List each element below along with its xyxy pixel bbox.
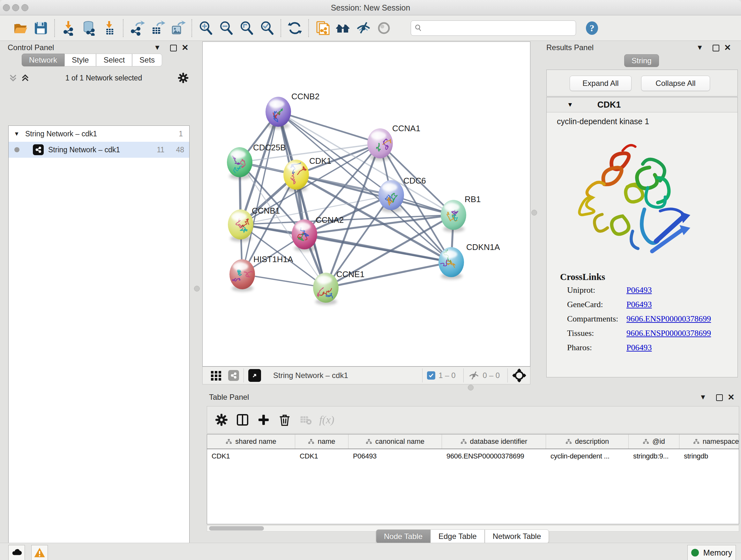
network-collection-row[interactable]: ▼ String Network – cdk1 1 [9, 126, 189, 142]
cloud-status-button[interactable] [8, 545, 25, 560]
show-all-networks-button[interactable] [333, 18, 353, 38]
refresh-view-button[interactable] [285, 18, 305, 38]
expand-all-button[interactable]: Expand All [569, 76, 631, 91]
table-panel-float-button[interactable] [716, 394, 723, 402]
table-options-button[interactable] [211, 410, 232, 430]
warning-status-button[interactable] [31, 545, 48, 560]
search-input[interactable] [422, 23, 572, 33]
cell-description[interactable]: cyclin-dependent ... [546, 449, 629, 463]
save-session-button[interactable] [30, 18, 51, 38]
tab-select[interactable]: Select [96, 54, 132, 66]
eye-slash-icon [356, 20, 371, 36]
graph-node-label-CCNA2: CCNA2 [316, 215, 344, 225]
network-view-canvas[interactable]: CCNB2CCNA1CDC25BCDK1CDC6RB1CCNB1CCNA2CDK… [202, 42, 530, 367]
import-network-from-database-button[interactable] [79, 18, 99, 38]
column-header-databaseidentifier[interactable]: database identifier [442, 435, 546, 449]
crosslink-uniprot-link[interactable]: P06493 [626, 286, 738, 295]
table-panel-close-button[interactable]: ✕ [726, 392, 736, 402]
open-in-window-button[interactable] [248, 369, 261, 382]
network-row[interactable]: String Network – cdk1 11 48 [9, 142, 189, 158]
function-builder-button[interactable]: f(x) [316, 410, 337, 430]
create-column-button[interactable] [253, 410, 274, 430]
graph-node-CCNA1[interactable]: CCNA1 [367, 124, 420, 161]
network-options-gear-icon[interactable] [178, 72, 189, 84]
export-image-button[interactable] [168, 18, 188, 38]
column-header-name[interactable]: name [295, 435, 348, 449]
tab-string[interactable]: String [624, 54, 659, 67]
clone-network-icon [315, 20, 330, 36]
cell-canonicalname[interactable]: P06493 [348, 449, 442, 463]
save-floppy-icon [33, 20, 49, 36]
protein-name: CDK1 [597, 100, 621, 110]
string-network-graph[interactable]: CCNB2CCNA1CDC25BCDK1CDC6RB1CCNB1CCNA2CDK… [203, 42, 530, 366]
column-header-sharedname[interactable]: shared name [207, 435, 295, 449]
pan-crosshair-icon[interactable] [512, 368, 526, 382]
zoom-in-button[interactable] [196, 18, 216, 38]
expand-all-icon[interactable] [20, 73, 30, 83]
right-splitter-handle[interactable] [531, 210, 537, 215]
svg-text:?: ? [590, 23, 595, 33]
cell-databaseidentifier[interactable]: 9606.ENSP00000378699 [442, 449, 546, 463]
delete-column-button[interactable] [274, 410, 295, 430]
show-eye-button[interactable] [374, 18, 394, 38]
zoom-out-icon [219, 20, 234, 36]
collapse-all-button[interactable]: Collapse All [641, 76, 710, 91]
import-network-button[interactable] [58, 18, 79, 38]
graph-node-CCNE1[interactable]: CCNE1 [313, 269, 364, 305]
protein-description: cyclin-dependent kinase 1 [547, 112, 738, 126]
graph-node-label-RB1: RB1 [465, 194, 481, 204]
crosslink-compartments-link[interactable]: 9606.ENSP00000378699 [626, 314, 738, 324]
table-panel-menu-button[interactable]: ▼ [698, 393, 708, 401]
open-session-button[interactable] [10, 18, 30, 38]
cell-sharedname[interactable]: CDK1 [207, 449, 295, 463]
graph-node-CDK1[interactable]: CDK1 [283, 156, 331, 192]
clone-network-button[interactable] [313, 18, 333, 38]
network-edge-count: 48 [176, 145, 184, 154]
graph-node-RB1[interactable]: RB1 [441, 194, 481, 232]
zoom-selected-button[interactable] [257, 18, 277, 38]
results-panel-close-button[interactable]: ✕ [723, 43, 732, 53]
crosslink-genecard-link[interactable]: P06493 [626, 300, 738, 309]
cell-namespace[interactable]: stringdb [679, 449, 739, 463]
import-table-button[interactable] [99, 18, 120, 38]
table-hscrollbar-thumb[interactable] [209, 526, 264, 531]
cell-id[interactable]: stringdb:9... [629, 449, 679, 463]
export-network-button[interactable] [127, 18, 147, 38]
column-header-description[interactable]: description [546, 435, 629, 449]
collapse-all-icon[interactable] [8, 73, 18, 83]
crosslink-pharos-link[interactable]: P06493 [626, 343, 738, 353]
selection-checkbox-icon[interactable] [427, 371, 435, 380]
zoom-out-button[interactable] [216, 18, 237, 38]
horizontal-splitter-handle[interactable] [468, 385, 474, 390]
tree-expand-triangle-icon[interactable]: ▼ [9, 131, 19, 137]
column-header-namespace[interactable]: namespace [679, 435, 739, 449]
hide-panels-button[interactable] [353, 18, 374, 38]
control-panel-close-button[interactable]: ✕ [180, 43, 190, 53]
collapse-triangle-icon[interactable]: ▼ [567, 101, 573, 108]
tab-network-table[interactable]: Network Table [485, 530, 549, 543]
results-panel-menu-button[interactable]: ▼ [695, 44, 704, 52]
delete-table-button[interactable] [295, 410, 316, 430]
memory-button[interactable]: Memory [687, 545, 736, 560]
graph-node-HIST1H1A[interactable]: HIST1H1A [229, 254, 293, 292]
control-panel-menu-button[interactable]: ▼ [152, 44, 162, 52]
results-panel-float-button[interactable] [713, 45, 719, 53]
birds-eye-grid-icon[interactable] [210, 369, 222, 382]
tab-network[interactable]: Network [22, 54, 64, 66]
crosslink-tissues-link[interactable]: 9606.ENSP00000378699 [626, 328, 738, 338]
tab-sets[interactable]: Sets [132, 54, 162, 66]
control-panel-float-button[interactable] [170, 45, 177, 53]
export-table-button[interactable] [147, 18, 168, 38]
tab-edge-table[interactable]: Edge Table [430, 530, 485, 543]
help-button[interactable]: ? [582, 18, 602, 38]
column-header-id[interactable]: @id [629, 435, 679, 449]
node-table-row[interactable]: CDK1CDK1P064939606.ENSP00000378699cyclin… [207, 449, 739, 463]
tab-style[interactable]: Style [64, 54, 96, 66]
tab-node-table[interactable]: Node Table [376, 530, 430, 543]
left-splitter-handle[interactable] [194, 286, 200, 292]
show-columns-button[interactable] [232, 410, 253, 430]
cell-name[interactable]: CDK1 [295, 449, 348, 463]
zoom-fit-button[interactable] [237, 18, 257, 38]
column-header-canonicalname[interactable]: canonical name [348, 435, 442, 449]
protein-card-header[interactable]: ▼ CDK1 [547, 98, 738, 112]
